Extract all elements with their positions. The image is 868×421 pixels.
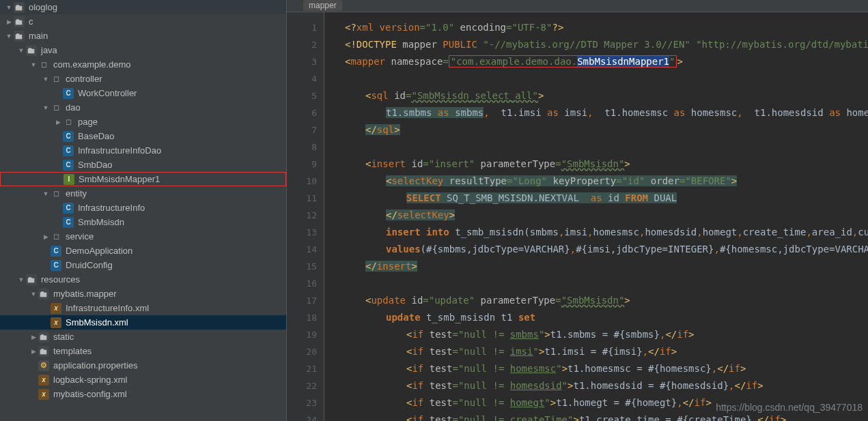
tree-item-smbmsisdnmapper1[interactable]: SmbMsisdnMapper1 <box>0 172 286 186</box>
tree-item-smbmsisdn-xml[interactable]: SmbMsisdn.xml <box>0 315 286 330</box>
code-editor[interactable]: <?xml version="1.0" encoding="UTF-8"?><!… <box>324 12 868 421</box>
tree-item-templates[interactable]: templates <box>0 344 286 358</box>
tree-item-label: mybatis.mapper <box>53 289 116 299</box>
tree-item-com-example-demo[interactable]: com.example.demo <box>0 57 286 72</box>
tree-item-workcontroller[interactable]: WorkController <box>0 86 286 100</box>
tree-item-label: application.properties <box>53 360 138 371</box>
folder-icon <box>26 274 37 285</box>
code-line: <!DOCTYPE mapper PUBLIC "-//mybatis.org/… <box>324 36 868 53</box>
code-line: </selectKey> <box>324 207 868 224</box>
xml-icon <box>38 375 49 386</box>
tree-item-smbmsisdn[interactable]: SmbMsisdn <box>0 215 286 229</box>
tree-twisty-icon[interactable] <box>29 334 38 340</box>
line-number: 18 <box>287 309 317 326</box>
pkg-icon <box>38 59 49 70</box>
root: ologlogcmainjavacom.example.democontroll… <box>0 0 868 421</box>
tree-twisty-icon[interactable] <box>53 119 63 126</box>
tree-item-druidconfig[interactable]: DruidConfig <box>0 258 286 272</box>
tree-item-ologlog[interactable]: ologlog <box>0 0 286 14</box>
tree-item-label: InfrastructureInfo.xml <box>66 303 149 313</box>
tree-item-mybatis-config-xml[interactable]: mybatis-config.xml <box>0 387 286 401</box>
tree-item-label: static <box>53 332 74 342</box>
tree-item-service[interactable]: service <box>0 229 286 244</box>
xml-icon <box>51 317 61 328</box>
tree-item-dao[interactable]: dao <box>0 100 286 115</box>
project-tree[interactable]: ologlogcmainjavacom.example.democontroll… <box>0 0 286 401</box>
tree-item-label: dao <box>66 102 81 113</box>
pkg-icon <box>63 117 74 128</box>
tree-item-label: controller <box>66 74 102 84</box>
tree-twisty-icon[interactable] <box>41 190 51 197</box>
cls-icon <box>63 203 74 214</box>
pkg-icon <box>51 188 61 199</box>
tree-item-java[interactable]: java <box>0 43 286 57</box>
tree-twisty-icon[interactable] <box>4 4 14 11</box>
line-number: 22 <box>287 377 317 394</box>
tree-item-application-properties[interactable]: application.properties <box>0 358 286 373</box>
tree-item-infrastructureinfodao[interactable]: InfrastructureInfoDao <box>0 143 286 158</box>
tree-item-smbdao[interactable]: SmbDao <box>0 158 286 172</box>
code-line: values(#{smbms,jdbcType=VARCHAR},#{imsi,… <box>324 241 868 258</box>
tree-item-resources[interactable]: resources <box>0 272 286 287</box>
cls-icon <box>51 260 61 271</box>
code-line: <if test="null != smbms">t1.smbms = #{sm… <box>324 326 868 343</box>
breadcrumb-pill[interactable]: mapper <box>303 0 342 11</box>
line-number: 5 <box>287 87 317 104</box>
line-number: 1 <box>287 19 317 36</box>
tree-twisty-icon[interactable] <box>41 76 51 83</box>
tree-item-label: resources <box>41 274 80 285</box>
xml-icon <box>51 303 61 314</box>
tree-item-label: service <box>66 231 94 242</box>
line-number: 11 <box>287 190 317 207</box>
tree-item-label: BaseDao <box>78 131 114 141</box>
tree-item-controller[interactable]: controller <box>0 72 286 86</box>
cls-icon <box>51 246 61 257</box>
tree-item-infrastructureinfo[interactable]: InfrastructureInfo <box>0 201 286 215</box>
tree-item-entity[interactable]: entity <box>0 186 286 201</box>
line-number: 10 <box>287 173 317 190</box>
code-line <box>324 70 868 87</box>
tree-item-c[interactable]: c <box>0 14 286 29</box>
tree-twisty-icon[interactable] <box>4 33 14 40</box>
cls-icon <box>63 217 74 228</box>
tree-twisty-icon[interactable] <box>41 233 51 240</box>
iface-icon <box>64 174 74 185</box>
line-number: 7 <box>287 121 317 139</box>
tree-item-logback-spring-xml[interactable]: logback-spring.xml <box>0 373 286 387</box>
code-line: t1.smbms as smbms, t1.imsi as imsi, t1.h… <box>324 104 868 121</box>
project-tree-panel[interactable]: ologlogcmainjavacom.example.democontroll… <box>0 0 287 421</box>
props-icon <box>38 360 49 371</box>
tree-twisty-icon[interactable] <box>4 18 14 25</box>
folder-icon <box>14 2 25 13</box>
code-line: <insert id="insert" parameterType="SmbMs… <box>324 156 868 173</box>
tree-twisty-icon[interactable] <box>29 61 38 68</box>
folder-icon <box>26 45 37 56</box>
tree-item-demoapplication[interactable]: DemoApplication <box>0 244 286 258</box>
tree-twisty-icon[interactable] <box>29 348 38 355</box>
tree-item-page[interactable]: page <box>0 115 286 129</box>
tree-item-label: main <box>29 31 48 41</box>
tree-twisty-icon[interactable] <box>29 291 38 297</box>
cls-icon <box>63 145 74 156</box>
xml-icon <box>38 389 49 400</box>
tree-item-label: mybatis-config.xml <box>53 389 127 399</box>
code-line: <sql id="SmbMsisdn_select_all"> <box>324 87 868 104</box>
code-line: SELECT SQ_T_SMB_MSISDN.NEXTVAL as id FRO… <box>324 190 868 207</box>
line-number: 4 <box>287 70 317 87</box>
tree-item-mybatis-mapper[interactable]: mybatis.mapper <box>0 287 286 301</box>
folder-icon <box>14 16 25 27</box>
tree-twisty-icon[interactable] <box>16 276 26 283</box>
code-line: <if test="null != createTime">t1.create_… <box>324 411 868 421</box>
tree-twisty-icon[interactable] <box>41 104 51 111</box>
cls-icon <box>63 131 74 142</box>
tree-twisty-icon[interactable] <box>16 47 26 54</box>
tree-item-static[interactable]: static <box>0 330 286 344</box>
pkg-icon <box>51 74 61 85</box>
tree-item-main[interactable]: main <box>0 29 286 43</box>
tree-item-label: SmbDao <box>78 160 113 170</box>
tree-item-basedao[interactable]: BaseDao <box>0 129 286 143</box>
tree-item-label: DruidConfig <box>66 260 113 270</box>
line-number: 6 <box>287 104 317 121</box>
tree-item-infrastructureinfo-xml[interactable]: InfrastructureInfo.xml <box>0 301 286 315</box>
line-number: 13 <box>287 224 317 241</box>
